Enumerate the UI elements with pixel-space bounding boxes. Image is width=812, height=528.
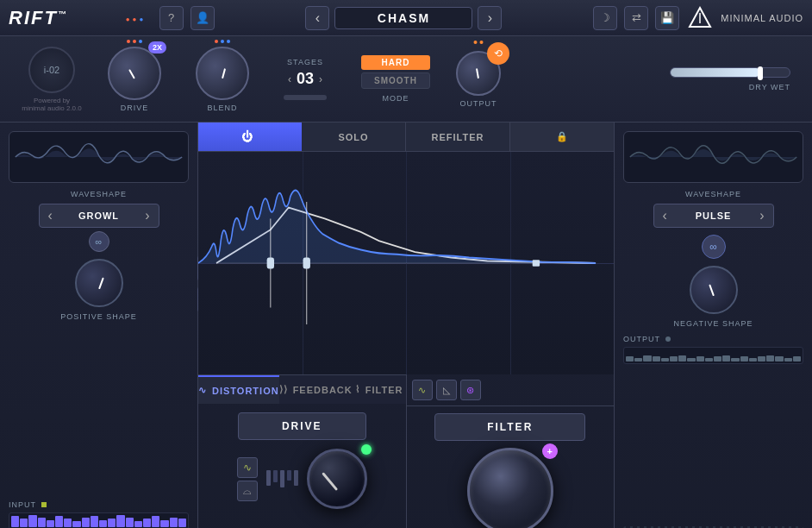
mode-hard-button[interactable]: HARD: [361, 55, 430, 70]
tab-lock[interactable]: 🔒: [510, 123, 614, 151]
curve-button[interactable]: ⊛: [460, 380, 481, 400]
left-waveshape-next[interactable]: ›: [145, 208, 149, 223]
save-button[interactable]: 💾: [655, 6, 679, 30]
filter-big-knob[interactable]: +: [467, 448, 553, 528]
preset-nav: ‹ CHASM ›: [305, 6, 502, 30]
left-panel: WAVESHAPE ‹ GROWL › ∞ POSITIVE SHAPE INP…: [0, 123, 198, 528]
brand-icon: [686, 4, 714, 32]
input-section: INPUT JNBA 1-21: [9, 500, 189, 528]
app-logo: RIFT™: [9, 7, 68, 29]
svg-rect-6: [303, 258, 310, 269]
envelope-button[interactable]: ◺: [436, 380, 457, 400]
tab-feedback-label: FEEDBACK: [293, 385, 353, 395]
drywet-section: DRY WET: [518, 67, 799, 91]
left-waveshape-control: WAVESHAPE ‹ GROWL ›: [9, 190, 189, 228]
prev-preset-button[interactable]: ‹: [305, 6, 329, 30]
output-meter-bar: [643, 355, 651, 361]
logo-section: i-02 Powered by minimal audio 2.0.0: [13, 47, 91, 112]
right-waveshape-control: WAVESHAPE ‹ PULSE ›: [623, 190, 803, 228]
negative-shape-knob[interactable]: [690, 266, 738, 314]
input-meter-bar: [72, 521, 80, 527]
mode-smooth-button[interactable]: SMOOTH: [361, 72, 430, 89]
moon-button[interactable]: ☽: [593, 6, 617, 30]
output-icon: ⟲: [487, 42, 509, 65]
tab-refilter[interactable]: REFILTER: [406, 123, 510, 151]
tab-power-button[interactable]: ⏻: [198, 123, 302, 151]
2x-badge: 2X: [148, 41, 166, 53]
user-button[interactable]: 👤: [191, 6, 215, 30]
square-wave-button[interactable]: ⌓: [237, 481, 258, 501]
input-meter-bar: [143, 519, 151, 527]
output-meter-bar: [740, 356, 748, 361]
tab-solo-label: SOLO: [338, 132, 368, 142]
drive-label: DRIVE: [121, 104, 149, 112]
preset-name: CHASM: [334, 7, 472, 29]
right-waveshape-next[interactable]: ›: [759, 208, 764, 223]
input-meter-bar: [116, 515, 124, 527]
input-meter-bar: [170, 518, 178, 527]
filter-knob-wrap: +: [467, 448, 553, 528]
drive-button[interactable]: DRIVE: [238, 412, 366, 440]
output-meter-bar: [653, 356, 660, 361]
positive-shape-knob[interactable]: [75, 259, 123, 307]
tab-distortion[interactable]: ∿ DISTORTION: [198, 375, 279, 404]
stages-value: 03: [297, 70, 314, 88]
drive-knob[interactable]: 2X: [108, 47, 161, 100]
brand-text: MINIMAL AUDIO: [721, 13, 803, 23]
input-meter-bar: [178, 519, 186, 527]
output-meter-bar: [634, 358, 642, 361]
input-meter-bar: [108, 519, 116, 527]
main-tabs-row: ⏻ SOLO REFILTER 🔒: [198, 123, 614, 152]
negative-shape-label: NEGATIVE SHAPE: [674, 319, 753, 328]
knobs-row: i-02 Powered by minimal audio 2.0.0 ● ● …: [0, 36, 812, 123]
tab-feedback[interactable]: ⟩⟩ FEEDBACK: [279, 375, 353, 404]
tab-solo[interactable]: SOLO: [302, 123, 406, 151]
filter-controls: FILTER +: [407, 406, 615, 528]
output-meter-bar: [793, 356, 801, 361]
left-waveshape-select: ‹ GROWL ›: [39, 204, 159, 228]
mini-grid: [266, 470, 298, 487]
stages-bar: [284, 95, 327, 100]
stages-label: STAGES: [287, 58, 323, 66]
output-meter-bar: [758, 356, 765, 361]
drywet-label: DRY WET: [749, 83, 790, 91]
output-label: OUTPUT: [459, 99, 497, 108]
right-link-button[interactable]: ∞: [702, 235, 726, 259]
drywet-slider[interactable]: [670, 67, 790, 78]
tab-distortion-label: DISTORTION: [212, 386, 279, 396]
stages-prev-button[interactable]: ‹: [288, 73, 291, 85]
stages-next-button[interactable]: ›: [319, 73, 322, 85]
output-meter-bar: [749, 358, 757, 361]
power-icon: ⏻: [241, 130, 253, 143]
distortion-column: ∿ DISTORTION ⟩⟩ FEEDBACK ⌇ FILTER: [198, 374, 407, 528]
help-button[interactable]: ?: [159, 6, 184, 30]
output-meter-bar: [661, 358, 669, 361]
sine-wave-button[interactable]: ∿: [237, 457, 258, 478]
left-waveshape-prev[interactable]: ‹: [48, 208, 53, 223]
tab-filter-label: FILTER: [365, 385, 403, 395]
main-display: ⏻ SOLO REFILTER 🔒: [198, 123, 614, 528]
input-label: INPUT: [9, 500, 36, 509]
filter-icon-bottom: ⌇: [355, 384, 360, 395]
left-link-button[interactable]: ∞: [89, 231, 109, 252]
tab-filter-bottom[interactable]: ⌇ FILTER: [353, 375, 406, 404]
input-meter-bar: [64, 519, 72, 527]
input-meter-bar: [126, 518, 134, 527]
input-meter-bar: [91, 516, 98, 527]
positive-shape-label: POSITIVE SHAPE: [60, 312, 137, 321]
content-row: WAVESHAPE ‹ GROWL › ∞ POSITIVE SHAPE INP…: [0, 123, 812, 528]
svg-rect-7: [533, 260, 540, 267]
next-preset-button[interactable]: ›: [478, 6, 502, 30]
drive-big-knob[interactable]: [307, 449, 367, 509]
input-meter-bar: [55, 516, 63, 527]
wave-button[interactable]: ∿: [412, 380, 433, 400]
shuffle-button[interactable]: ⇄: [624, 6, 648, 30]
filter-button[interactable]: FILTER: [434, 413, 585, 441]
output-meter-bar: [722, 355, 730, 361]
drywet-control: [670, 67, 790, 78]
svg-rect-5: [267, 258, 274, 269]
blend-knob[interactable]: [196, 47, 249, 100]
brand-sub: Powered by minimal audio 2.0.0: [22, 97, 81, 112]
tab-refilter-label: REFILTER: [432, 132, 484, 142]
right-waveshape-prev[interactable]: ‹: [663, 208, 667, 223]
